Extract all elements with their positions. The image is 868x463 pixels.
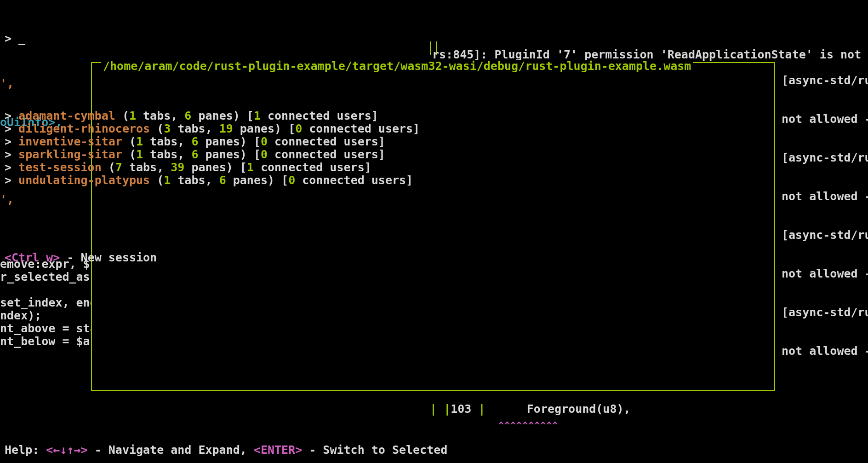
new-session-hint[interactable]: <Ctrl w> - New session: [5, 251, 863, 264]
session-row[interactable]: > sparkling-sitar (1 tabs, 6 panes) [0 c…: [5, 148, 863, 161]
session-row[interactable]: > adamant-cymbal (1 tabs, 6 panes) [1 co…: [5, 110, 863, 122]
session-row[interactable]: > inventive-sitar (1 tabs, 6 panes) [0 c…: [5, 135, 863, 148]
status-line: | |103 | Foreground(u8),: [430, 403, 631, 416]
session-row[interactable]: > undulating-platypus (1 tabs, 6 panes) …: [5, 174, 863, 187]
help-line: Help: <←↓↑→> - Navigate and Expand, <ENT…: [5, 444, 863, 457]
session-row[interactable]: > test-session (7 tabs, 39 panes) [1 con…: [5, 161, 863, 174]
wavy-underline: ^^^^^^^^^^: [498, 419, 558, 432]
search-prompt[interactable]: > _: [5, 32, 863, 45]
session-row[interactable]: > diligent-rhinoceros (3 tabs, 19 panes)…: [5, 122, 863, 135]
